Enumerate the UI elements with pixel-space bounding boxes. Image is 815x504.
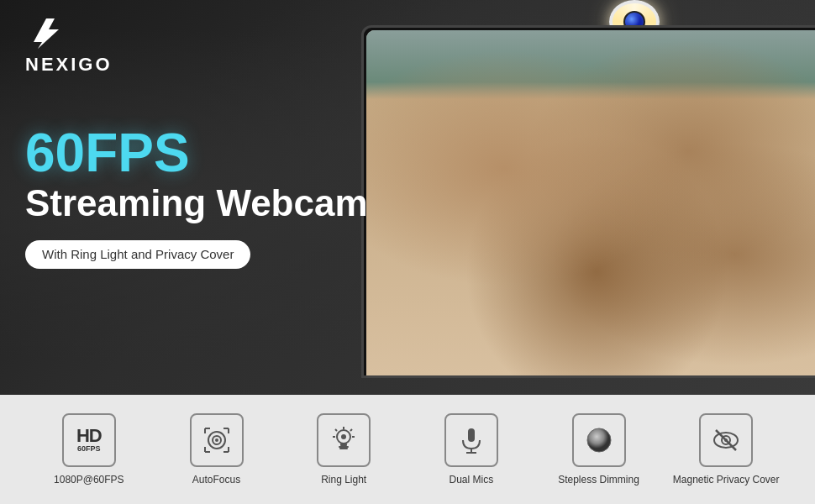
- feature-stepless-dimming: Stepless Dimming: [535, 413, 663, 486]
- brand-name: NEXIGO: [25, 54, 113, 76]
- dual-mics-icon: [456, 425, 486, 455]
- ring-light-icon-box: [317, 413, 371, 467]
- hero-section: NEXIGO: [0, 0, 815, 395]
- ring-light-label: Ring Light: [321, 474, 366, 486]
- feature-hd: HD 60FPS 1080P@60FPS: [25, 413, 153, 486]
- privacy-cover-label: Magnetic Privacy Cover: [673, 474, 780, 486]
- svg-point-17: [670, 194, 761, 244]
- svg-point-4: [462, 121, 537, 204]
- dual-mics-icon-box: [444, 413, 498, 467]
- page-container: NEXIGO: [0, 0, 815, 504]
- svg-rect-0: [366, 30, 815, 375]
- svg-point-14: [523, 193, 609, 239]
- svg-line-26: [350, 429, 352, 431]
- hero-title: Streaming Webcam: [25, 183, 368, 223]
- svg-rect-7: [450, 204, 549, 375]
- feature-dual-mics: Dual Mics: [408, 413, 535, 486]
- svg-rect-15: [512, 300, 620, 375]
- monitor-screen: [366, 30, 815, 375]
- feature-autofocus: AutoFocus: [153, 413, 281, 486]
- feature-ring-light: Ring Light: [280, 413, 408, 486]
- hd-label: 1080P@60FPS: [54, 474, 124, 486]
- autofocus-icon: [202, 425, 232, 455]
- subtitle-badge: With Ring Light and Privacy Cover: [25, 240, 250, 269]
- svg-rect-32: [339, 448, 348, 449]
- subtitle-text: With Ring Light and Privacy Cover: [42, 247, 234, 261]
- svg-rect-31: [339, 446, 349, 448]
- fps-label: 60FPS: [25, 126, 368, 180]
- dual-mics-label: Dual Mics: [450, 474, 494, 486]
- family-photo: [366, 30, 815, 375]
- svg-rect-3: [699, 113, 815, 279]
- monitor-frame: [361, 25, 815, 378]
- stepless-dimming-label: Stepless Dimming: [558, 474, 639, 486]
- svg-rect-33: [468, 428, 475, 442]
- ring-light-icon: [329, 425, 359, 455]
- svg-rect-12: [607, 196, 691, 375]
- features-section: HD 60FPS 1080P@60FPS AutoF: [0, 395, 815, 504]
- svg-point-36: [587, 428, 611, 452]
- privacy-cover-icon-box: [699, 413, 753, 467]
- svg-point-9: [618, 107, 681, 144]
- svg-line-29: [335, 429, 337, 431]
- svg-point-16: [676, 215, 755, 302]
- svg-marker-19: [34, 18, 59, 49]
- hd-icon-box: HD 60FPS: [62, 413, 116, 467]
- hd-icon: HD 60FPS: [76, 427, 102, 453]
- svg-point-6: [471, 171, 528, 204]
- feature-privacy-cover: Magnetic Privacy Cover: [662, 413, 790, 486]
- left-content: NEXIGO 60FPS Streaming Webcam With Ring …: [25, 17, 368, 269]
- svg-point-22: [215, 438, 218, 442]
- svg-rect-18: [665, 302, 765, 375]
- svg-point-24: [341, 434, 346, 439]
- svg-point-8: [616, 121, 682, 196]
- svg-point-13: [524, 208, 607, 300]
- svg-rect-10: [618, 125, 626, 208]
- logo-area: NEXIGO: [25, 17, 368, 76]
- svg-rect-11: [672, 125, 681, 208]
- stepless-dimming-icon: [584, 425, 614, 455]
- privacy-cover-icon: [711, 425, 741, 455]
- svg-rect-1: [366, 30, 815, 129]
- svg-point-5: [466, 117, 533, 150]
- autofocus-label: AutoFocus: [192, 474, 240, 486]
- family-illustration: [366, 30, 815, 375]
- autofocus-icon-box: [190, 413, 244, 467]
- svg-rect-2: [366, 129, 815, 375]
- monitor-area: NEXIGO: [344, 0, 815, 395]
- nexigo-logo-icon: [25, 17, 67, 50]
- svg-rect-30: [340, 444, 347, 446]
- stepless-dimming-icon-box: [572, 413, 626, 467]
